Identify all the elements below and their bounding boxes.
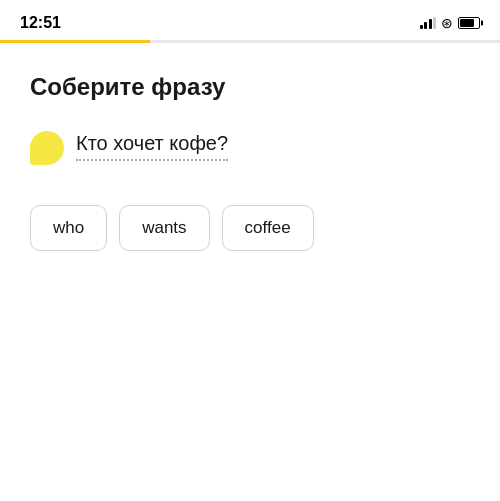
page-title: Соберите фразу <box>30 73 470 101</box>
status-icons: ⊛ <box>420 15 481 31</box>
battery-icon <box>458 17 480 29</box>
word-button-who[interactable]: who <box>30 205 107 251</box>
phrase-text: Кто хочет кофе? <box>76 129 228 161</box>
signal-bar-3 <box>429 19 432 29</box>
battery-fill <box>460 19 474 27</box>
signal-bar-4 <box>433 17 436 29</box>
word-buttons-container: who wants coffee <box>30 205 470 251</box>
signal-icon <box>420 17 437 29</box>
main-content: Соберите фразу Кто хочет кофе? who wants… <box>0 43 500 271</box>
word-button-coffee[interactable]: coffee <box>222 205 314 251</box>
status-time: 12:51 <box>20 14 61 32</box>
signal-bar-1 <box>420 25 423 29</box>
status-bar: 12:51 ⊛ <box>0 0 500 40</box>
speech-bubble-icon <box>30 131 64 165</box>
wifi-icon: ⊛ <box>441 15 453 31</box>
signal-bar-2 <box>424 22 427 29</box>
word-button-wants[interactable]: wants <box>119 205 209 251</box>
phrase-row: Кто хочет кофе? <box>30 129 470 165</box>
